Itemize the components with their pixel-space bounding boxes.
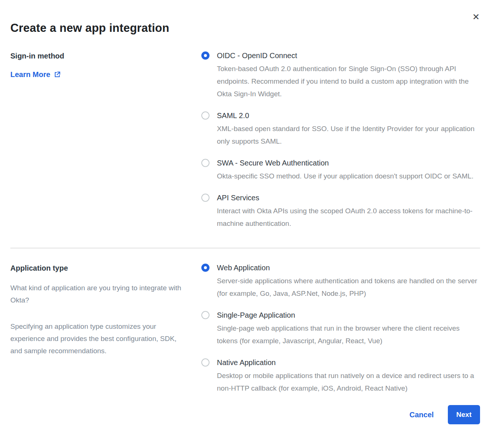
radio-option-web-application[interactable]: Web Application Server-side applications… xyxy=(201,263,480,300)
option-description-api-services: Interact with Okta APIs using the scoped… xyxy=(217,205,480,230)
radio-unselected-icon[interactable] xyxy=(201,311,209,319)
option-label-native-application[interactable]: Native Application xyxy=(217,358,480,367)
option-label-swa[interactable]: SWA - Secure Web Authentication xyxy=(217,158,473,167)
radio-unselected-icon[interactable] xyxy=(201,194,209,202)
radio-unselected-icon[interactable] xyxy=(201,111,209,120)
option-label-oidc[interactable]: OIDC - OpenID Connect xyxy=(217,51,480,60)
radio-option-native-application[interactable]: Native Application Desktop or mobile app… xyxy=(201,358,480,395)
option-label-api-services[interactable]: API Services xyxy=(217,193,480,202)
option-description-saml: XML-based open standard for SSO. Use if … xyxy=(217,123,480,148)
option-description-native-application: Desktop or mobile applications that run … xyxy=(217,370,480,395)
application-type-description-1: What kind of application are you trying … xyxy=(10,282,188,306)
option-label-web-application[interactable]: Web Application xyxy=(217,263,480,272)
close-button[interactable]: ✕ xyxy=(472,13,480,21)
learn-more-link[interactable]: Learn More xyxy=(10,70,61,79)
signin-method-heading: Sign-in method xyxy=(10,51,201,61)
learn-more-label: Learn More xyxy=(10,70,50,79)
next-button[interactable]: Next xyxy=(448,405,480,424)
application-type-description-2: Specifying an application type customize… xyxy=(10,320,188,357)
radio-option-api-services[interactable]: API Services Interact with Okta APIs usi… xyxy=(201,193,480,230)
radio-option-single-page-application[interactable]: Single-Page Application Single-page web … xyxy=(201,311,480,347)
option-description-web-application: Server-side applications where authentic… xyxy=(217,275,480,300)
external-link-icon xyxy=(54,71,61,78)
application-type-heading: Application type xyxy=(10,263,201,273)
section-divider xyxy=(10,248,480,248)
radio-unselected-icon[interactable] xyxy=(201,358,209,367)
create-app-integration-dialog: ✕ Create a new app integration Sign-in m… xyxy=(0,0,493,448)
option-description-single-page-application: Single-page web applications that run in… xyxy=(217,322,480,347)
radio-unselected-icon[interactable] xyxy=(201,159,209,167)
option-description-oidc: Token-based OAuth 2.0 authentication for… xyxy=(217,63,480,100)
radio-selected-icon[interactable] xyxy=(201,264,209,272)
radio-option-swa[interactable]: SWA - Secure Web Authentication Okta-spe… xyxy=(201,158,480,183)
radio-option-oidc[interactable]: OIDC - OpenID Connect Token-based OAuth … xyxy=(201,51,480,100)
dialog-footer: Cancel Next xyxy=(10,405,480,424)
application-type-section: Application type What kind of applicatio… xyxy=(10,263,480,395)
radio-selected-icon[interactable] xyxy=(201,51,209,60)
option-label-saml[interactable]: SAML 2.0 xyxy=(217,111,480,120)
cancel-button[interactable]: Cancel xyxy=(409,411,434,419)
option-description-swa: Okta-specific SSO method. Use if your ap… xyxy=(217,170,473,183)
radio-option-saml[interactable]: SAML 2.0 XML-based open standard for SSO… xyxy=(201,111,480,148)
page-title: Create a new app integration xyxy=(10,21,480,36)
signin-method-section: Sign-in method Learn More OIDC - OpenID … xyxy=(10,51,480,230)
option-label-single-page-application[interactable]: Single-Page Application xyxy=(217,311,480,320)
